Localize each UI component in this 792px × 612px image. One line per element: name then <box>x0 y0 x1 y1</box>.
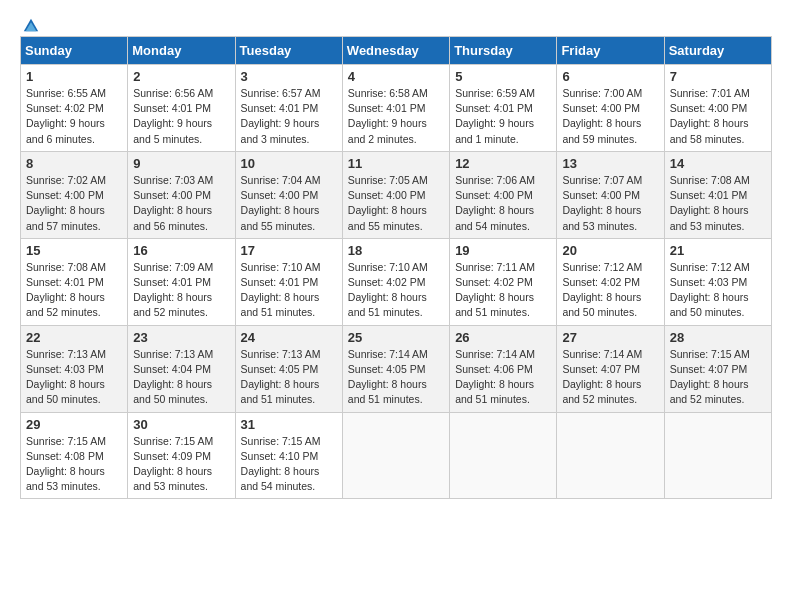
day-info: Sunrise: 7:15 AMSunset: 4:09 PMDaylight:… <box>133 435 213 493</box>
logo <box>20 20 40 26</box>
day-number: 17 <box>241 243 337 258</box>
calendar-cell: 8 Sunrise: 7:02 AMSunset: 4:00 PMDayligh… <box>21 151 128 238</box>
calendar-cell: 26 Sunrise: 7:14 AMSunset: 4:06 PMDaylig… <box>450 325 557 412</box>
day-number: 16 <box>133 243 229 258</box>
day-info: Sunrise: 7:02 AMSunset: 4:00 PMDaylight:… <box>26 174 106 232</box>
day-info: Sunrise: 7:15 AMSunset: 4:10 PMDaylight:… <box>241 435 321 493</box>
day-info: Sunrise: 7:14 AMSunset: 4:07 PMDaylight:… <box>562 348 642 406</box>
calendar-table: SundayMondayTuesdayWednesdayThursdayFrid… <box>20 36 772 499</box>
day-info: Sunrise: 7:14 AMSunset: 4:06 PMDaylight:… <box>455 348 535 406</box>
day-info: Sunrise: 7:15 AMSunset: 4:07 PMDaylight:… <box>670 348 750 406</box>
calendar-cell: 21 Sunrise: 7:12 AMSunset: 4:03 PMDaylig… <box>664 238 771 325</box>
day-number: 27 <box>562 330 658 345</box>
day-number: 13 <box>562 156 658 171</box>
day-number: 25 <box>348 330 444 345</box>
calendar-cell: 25 Sunrise: 7:14 AMSunset: 4:05 PMDaylig… <box>342 325 449 412</box>
week-row-2: 8 Sunrise: 7:02 AMSunset: 4:00 PMDayligh… <box>21 151 772 238</box>
calendar-cell <box>557 412 664 499</box>
header <box>20 20 772 26</box>
calendar-cell: 9 Sunrise: 7:03 AMSunset: 4:00 PMDayligh… <box>128 151 235 238</box>
day-number: 23 <box>133 330 229 345</box>
day-info: Sunrise: 6:57 AMSunset: 4:01 PMDaylight:… <box>241 87 321 145</box>
calendar-cell: 12 Sunrise: 7:06 AMSunset: 4:00 PMDaylig… <box>450 151 557 238</box>
day-info: Sunrise: 7:01 AMSunset: 4:00 PMDaylight:… <box>670 87 750 145</box>
calendar-cell <box>450 412 557 499</box>
calendar-cell: 22 Sunrise: 7:13 AMSunset: 4:03 PMDaylig… <box>21 325 128 412</box>
calendar-cell: 29 Sunrise: 7:15 AMSunset: 4:08 PMDaylig… <box>21 412 128 499</box>
day-number: 26 <box>455 330 551 345</box>
calendar-cell: 24 Sunrise: 7:13 AMSunset: 4:05 PMDaylig… <box>235 325 342 412</box>
day-number: 30 <box>133 417 229 432</box>
day-info: Sunrise: 7:12 AMSunset: 4:03 PMDaylight:… <box>670 261 750 319</box>
day-number: 15 <box>26 243 122 258</box>
day-number: 10 <box>241 156 337 171</box>
day-number: 20 <box>562 243 658 258</box>
week-row-1: 1 Sunrise: 6:55 AMSunset: 4:02 PMDayligh… <box>21 65 772 152</box>
day-info: Sunrise: 7:14 AMSunset: 4:05 PMDaylight:… <box>348 348 428 406</box>
calendar-cell: 4 Sunrise: 6:58 AMSunset: 4:01 PMDayligh… <box>342 65 449 152</box>
weekday-header-wednesday: Wednesday <box>342 37 449 65</box>
day-info: Sunrise: 7:08 AMSunset: 4:01 PMDaylight:… <box>26 261 106 319</box>
weekday-header-thursday: Thursday <box>450 37 557 65</box>
calendar-cell: 27 Sunrise: 7:14 AMSunset: 4:07 PMDaylig… <box>557 325 664 412</box>
weekday-header-saturday: Saturday <box>664 37 771 65</box>
day-info: Sunrise: 7:15 AMSunset: 4:08 PMDaylight:… <box>26 435 106 493</box>
calendar-cell: 6 Sunrise: 7:00 AMSunset: 4:00 PMDayligh… <box>557 65 664 152</box>
day-info: Sunrise: 7:06 AMSunset: 4:00 PMDaylight:… <box>455 174 535 232</box>
calendar-cell: 30 Sunrise: 7:15 AMSunset: 4:09 PMDaylig… <box>128 412 235 499</box>
calendar-cell: 19 Sunrise: 7:11 AMSunset: 4:02 PMDaylig… <box>450 238 557 325</box>
weekday-header-sunday: Sunday <box>21 37 128 65</box>
calendar-cell: 2 Sunrise: 6:56 AMSunset: 4:01 PMDayligh… <box>128 65 235 152</box>
calendar-cell <box>664 412 771 499</box>
day-number: 31 <box>241 417 337 432</box>
day-info: Sunrise: 7:04 AMSunset: 4:00 PMDaylight:… <box>241 174 321 232</box>
day-number: 7 <box>670 69 766 84</box>
calendar-cell: 5 Sunrise: 6:59 AMSunset: 4:01 PMDayligh… <box>450 65 557 152</box>
weekday-header-monday: Monday <box>128 37 235 65</box>
day-number: 6 <box>562 69 658 84</box>
day-number: 9 <box>133 156 229 171</box>
day-info: Sunrise: 7:05 AMSunset: 4:00 PMDaylight:… <box>348 174 428 232</box>
day-info: Sunrise: 7:12 AMSunset: 4:02 PMDaylight:… <box>562 261 642 319</box>
calendar-cell: 14 Sunrise: 7:08 AMSunset: 4:01 PMDaylig… <box>664 151 771 238</box>
day-number: 29 <box>26 417 122 432</box>
day-info: Sunrise: 7:00 AMSunset: 4:00 PMDaylight:… <box>562 87 642 145</box>
calendar-cell: 28 Sunrise: 7:15 AMSunset: 4:07 PMDaylig… <box>664 325 771 412</box>
day-info: Sunrise: 7:13 AMSunset: 4:04 PMDaylight:… <box>133 348 213 406</box>
calendar-cell: 18 Sunrise: 7:10 AMSunset: 4:02 PMDaylig… <box>342 238 449 325</box>
day-info: Sunrise: 7:11 AMSunset: 4:02 PMDaylight:… <box>455 261 535 319</box>
day-info: Sunrise: 6:59 AMSunset: 4:01 PMDaylight:… <box>455 87 535 145</box>
day-number: 11 <box>348 156 444 171</box>
calendar-cell: 10 Sunrise: 7:04 AMSunset: 4:00 PMDaylig… <box>235 151 342 238</box>
day-number: 22 <box>26 330 122 345</box>
day-number: 21 <box>670 243 766 258</box>
day-info: Sunrise: 7:03 AMSunset: 4:00 PMDaylight:… <box>133 174 213 232</box>
calendar-cell: 3 Sunrise: 6:57 AMSunset: 4:01 PMDayligh… <box>235 65 342 152</box>
day-info: Sunrise: 6:56 AMSunset: 4:01 PMDaylight:… <box>133 87 213 145</box>
day-number: 1 <box>26 69 122 84</box>
calendar-cell: 13 Sunrise: 7:07 AMSunset: 4:00 PMDaylig… <box>557 151 664 238</box>
day-number: 24 <box>241 330 337 345</box>
weekday-header-row: SundayMondayTuesdayWednesdayThursdayFrid… <box>21 37 772 65</box>
day-info: Sunrise: 7:13 AMSunset: 4:03 PMDaylight:… <box>26 348 106 406</box>
calendar-cell: 1 Sunrise: 6:55 AMSunset: 4:02 PMDayligh… <box>21 65 128 152</box>
day-info: Sunrise: 7:10 AMSunset: 4:02 PMDaylight:… <box>348 261 428 319</box>
day-number: 2 <box>133 69 229 84</box>
day-info: Sunrise: 7:10 AMSunset: 4:01 PMDaylight:… <box>241 261 321 319</box>
day-number: 28 <box>670 330 766 345</box>
day-info: Sunrise: 7:13 AMSunset: 4:05 PMDaylight:… <box>241 348 321 406</box>
day-number: 3 <box>241 69 337 84</box>
calendar-cell: 16 Sunrise: 7:09 AMSunset: 4:01 PMDaylig… <box>128 238 235 325</box>
week-row-3: 15 Sunrise: 7:08 AMSunset: 4:01 PMDaylig… <box>21 238 772 325</box>
calendar-cell: 31 Sunrise: 7:15 AMSunset: 4:10 PMDaylig… <box>235 412 342 499</box>
logo-triangle-icon <box>22 16 40 34</box>
day-info: Sunrise: 7:09 AMSunset: 4:01 PMDaylight:… <box>133 261 213 319</box>
calendar-cell: 11 Sunrise: 7:05 AMSunset: 4:00 PMDaylig… <box>342 151 449 238</box>
day-number: 19 <box>455 243 551 258</box>
weekday-header-tuesday: Tuesday <box>235 37 342 65</box>
day-number: 12 <box>455 156 551 171</box>
day-number: 5 <box>455 69 551 84</box>
day-number: 4 <box>348 69 444 84</box>
day-info: Sunrise: 6:58 AMSunset: 4:01 PMDaylight:… <box>348 87 428 145</box>
day-info: Sunrise: 6:55 AMSunset: 4:02 PMDaylight:… <box>26 87 106 145</box>
